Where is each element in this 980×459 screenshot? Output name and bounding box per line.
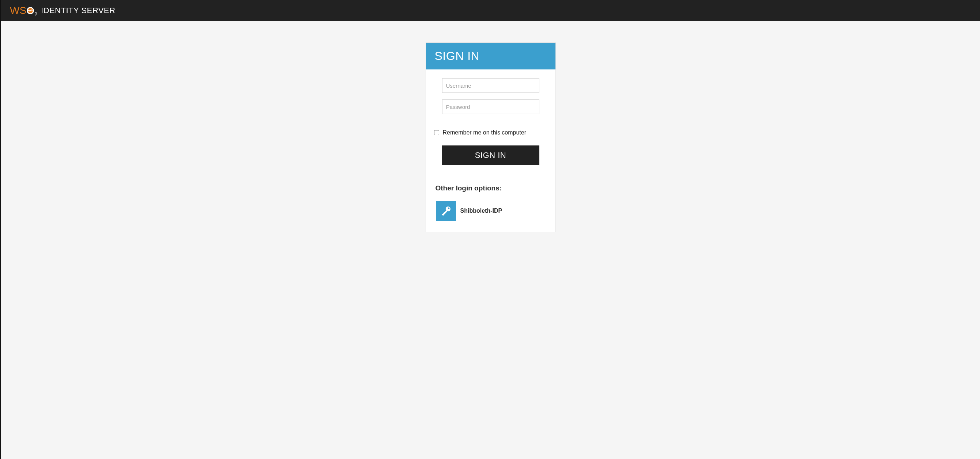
content-area: SIGN IN Remember me on this computer SIG… (1, 21, 980, 247)
password-input[interactable] (442, 99, 539, 114)
username-input[interactable] (442, 78, 539, 93)
svg-point-3 (448, 208, 449, 209)
signin-button-wrap: SIGN IN (434, 145, 547, 168)
wso2-logo: WS 2 (10, 5, 37, 16)
product-name: IDENTITY SERVER (41, 6, 116, 15)
key-icon (436, 201, 456, 221)
signin-card-body: Remember me on this computer SIGN IN Oth… (426, 70, 555, 232)
remember-me-row: Remember me on this computer (434, 129, 547, 136)
signin-button[interactable]: SIGN IN (442, 145, 539, 165)
logo-letter-s: S (19, 5, 26, 16)
app-header: WS 2 IDENTITY SERVER (1, 0, 980, 21)
signin-card-title: SIGN IN (426, 43, 555, 70)
logo-subscript-2: 2 (34, 11, 37, 17)
credentials-group (434, 78, 547, 121)
svg-point-2 (445, 206, 450, 211)
signin-card: SIGN IN Remember me on this computer SIG… (426, 42, 556, 232)
logo-letter-w: W (10, 5, 19, 16)
other-login-heading: Other login options: (436, 184, 547, 192)
remember-me-checkbox[interactable] (434, 130, 439, 135)
idp-option-label: Shibboleth-IDP (460, 208, 503, 214)
logo-letter-o (26, 5, 34, 14)
page-root: WS 2 IDENTITY SERVER SIGN IN Remember (0, 0, 980, 459)
remember-me-label: Remember me on this computer (443, 129, 527, 136)
idp-option-shibboleth[interactable]: Shibboleth-IDP (434, 200, 547, 221)
